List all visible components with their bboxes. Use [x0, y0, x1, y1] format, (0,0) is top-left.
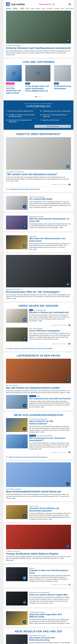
starbucks-taxi-newyork-image[interactable]: [6, 611, 28, 625]
carousel-item[interactable]: VIDEOProbeabstimmung Rentenpaket: [54, 65, 71, 94]
story-title[interactable]: RTL streicht 600 Stellen: [29, 198, 71, 200]
kurzueberblick-label[interactable]: Putin trifft US-Gesandten Witkoff laut K…: [8, 110, 33, 112]
audio-button-icon[interactable]: [23, 336, 26, 340]
carousel-title[interactable]: Junge Gruppe wehrt sich gegen Rentenpake…: [25, 85, 50, 92]
mehr-link[interactable]: mehr: [49, 518, 52, 520]
bdi-praesident-leibinger-image[interactable]: [6, 216, 28, 230]
video-icon-button[interactable]: [68, 184, 71, 186]
mehr-link[interactable]: mehr: [41, 406, 44, 408]
maduro-rote-kappe-image[interactable]: [6, 525, 71, 549]
mehr-link[interactable]: mehr: [50, 602, 53, 604]
kurzueberblick-label[interactable]: tagesschau in 100 Sekunden: [43, 119, 59, 121]
story-title[interactable]: Papst Leo macht Libanons Jugend Mut: [29, 594, 71, 596]
story-title[interactable]: "Wir werden noch viel diskutieren müssen…: [6, 173, 71, 176]
story-title[interactable]: Neuer Anlauf für ein AfD-Verbotsverfahre…: [29, 420, 71, 425]
story-title[interactable]: Das ändert sich durch den Reformstaatsve…: [29, 636, 71, 642]
kurzueberblick-item[interactable]: Putin trifft US-Gesandten Witkoff laut K…: [6, 109, 37, 113]
play-button-icon[interactable]: [23, 644, 26, 644]
mehr-link[interactable]: mehr: [66, 622, 70, 624]
audio-headline-link[interactable]: Macron pocht auf europäische Beteiligung…: [6, 348, 71, 350]
play-button-icon[interactable]: [36, 72, 40, 75]
audio-button-icon[interactable]: [23, 600, 26, 604]
nav-item-ausland[interactable]: Ausland: [30, 8, 34, 9]
mehr-link[interactable]: mehr: [55, 338, 58, 340]
afd-parteitag-fahnen-image[interactable]: [6, 418, 28, 432]
story-title[interactable]: Was hinter den Rekordumsätzen von Enpal …: [29, 238, 71, 242]
audio-button-icon[interactable]: [23, 205, 26, 208]
audio-headline-link[interactable]: AfD-Kreisverband zieht nach Eichwald-Auf…: [6, 456, 71, 458]
nav-item-inland[interactable]: Inland: [26, 8, 29, 9]
mehr-link[interactable]: mehr: [12, 498, 15, 499]
story-title[interactable]: Krawalle in Sofia nach Anti-Korruptions-…: [29, 569, 71, 574]
kurzueberblick-label[interactable]: Papst Leo XIV. macht jungen Menschen im …: [43, 114, 71, 117]
audio-headline-link[interactable]: Probeabstimmung in der Union zur Rentenr…: [6, 188, 71, 190]
story-title[interactable]: Worüber in Moskau jetzt verhandelt wird: [29, 311, 71, 314]
drohne-am-himmel-image[interactable]: [6, 462, 71, 487]
audio-button-icon[interactable]: [66, 282, 70, 286]
audio-button-icon[interactable]: [66, 544, 70, 548]
play-button-icon[interactable]: [23, 244, 26, 248]
audio-button-icon[interactable]: [66, 482, 70, 486]
carousel-item[interactable]: LIVESTREAMARD-ProgrammJetzt live: Nachri…: [6, 65, 22, 94]
story-title[interactable]: Das ausbeuterische Geschäft mit Kurieren: [29, 398, 71, 400]
audio-button-icon[interactable]: [23, 427, 26, 431]
story-title[interactable]: Wie rechtsextrem ist die "Generation Deu…: [29, 437, 71, 442]
audio-icon-button[interactable]: [68, 584, 71, 586]
story-title[interactable]: Trumps Drohkulisse stärkt Maduros Regime: [6, 552, 71, 555]
carousel-item[interactable]: 9 MinVIDEOJunge Gruppe wehrt sich gegen …: [25, 65, 50, 94]
carousel-dot[interactable]: [41, 96, 42, 97]
play-button-icon[interactable]: [12, 72, 16, 75]
carousel-dot[interactable]: [35, 96, 37, 97]
kurzueberblick-item[interactable]: US-Militär vor Venezuela: Trumps Drohkul…: [6, 113, 37, 118]
play-button-icon[interactable]: [66, 165, 70, 168]
cdu-csu-fraktion-schild-image[interactable]: [6, 137, 71, 170]
mehr-link[interactable]: mehr: [11, 54, 15, 56]
kurzueberblick-label[interactable]: US-Militär vor Venezuela: Trumps Drohkul…: [9, 114, 37, 117]
papst-menschenmenge-image[interactable]: [6, 592, 28, 606]
wolt-kurier-image[interactable]: [6, 395, 28, 409]
tagesschau24-live-link[interactable]: tagesschau24 live: [39, 3, 55, 6]
ard-zdf-mikrofone-image[interactable]: [6, 634, 28, 644]
blaue-muetzen-hefte-image[interactable]: [6, 434, 28, 448]
nav-item-faktenfinder[interactable]: Faktenfinder: [47, 8, 53, 9]
nav-item-videos-audios[interactable]: Videos & Audios: [65, 8, 73, 9]
mehr-link[interactable]: mehr: [48, 207, 52, 208]
nav-item-wetter[interactable]: Wetter: [61, 8, 64, 9]
patronen-munition-image[interactable]: [6, 505, 28, 519]
video-icon-button[interactable]: [68, 451, 71, 454]
mehr-link[interactable]: mehr: [33, 248, 37, 250]
putin-witkoff-handschlag-image[interactable]: [6, 309, 28, 323]
nav-item-ukraine[interactable]: Ukraine: [12, 8, 18, 10]
mehr-link[interactable]: mehr: [67, 392, 70, 393]
story-title[interactable]: Bas will Verbot von Subunternehmern prüf…: [6, 386, 71, 389]
kurzueberblick-item[interactable]: Papst Leo XIV. macht jungen Menschen im …: [40, 113, 71, 118]
kurzueberblick-item[interactable]: Probeabstimmung in der Union zur Rentenr…: [40, 109, 71, 113]
carousel-title[interactable]: Jetzt live: Nachrichten auf tagesschau24: [6, 87, 22, 94]
play-button-icon[interactable]: [23, 318, 26, 322]
story-title[interactable]: Keinen Millimeter nachgegeben: [29, 330, 71, 332]
section-button[interactable]: Neueste Nachrichten: [34, 125, 71, 128]
story-title[interactable]: Starbucks zahlt Angestellten 35,5 Millio…: [29, 613, 71, 618]
audio-button-icon[interactable]: [23, 404, 26, 408]
fraktionssaal-image[interactable]: [54, 65, 71, 82]
kurzueberblick-item[interactable]: tagesschau in 100 Sekunden: [40, 118, 71, 122]
mehr-link[interactable]: mehr: [13, 298, 16, 299]
story-title[interactable]: EU-Kommission offen für "alle Technologi…: [6, 290, 71, 294]
mehr-link[interactable]: mehr: [60, 227, 63, 228]
auspuff-auto-image[interactable]: [6, 255, 71, 287]
carousel-dots[interactable]: [6, 96, 71, 97]
mehr-link[interactable]: mehr: [15, 180, 18, 182]
hongkong-towers-image[interactable]: [6, 11, 71, 44]
enpal-ausstellung-image[interactable]: [6, 235, 28, 249]
lieferando-kurier-image[interactable]: [6, 359, 71, 383]
mehr-link[interactable]: mehr: [10, 560, 13, 561]
tagesschau-logo[interactable]: 1tagesschau: [6, 2, 25, 6]
tagesschau24-globe-image[interactable]: [6, 65, 22, 82]
audio-button-icon[interactable]: [66, 378, 70, 382]
nav-item-investigativ[interactable]: Investigativ: [54, 8, 60, 9]
nav-item-startseite[interactable]: Startseite: [6, 8, 11, 9]
story-title[interactable]: BDI-Chef sieht Standort Deutschland "im …: [29, 218, 71, 222]
video-icon-button[interactable]: [68, 343, 71, 345]
carousel-dot[interactable]: [37, 96, 38, 97]
audio-button-icon[interactable]: [66, 39, 70, 42]
